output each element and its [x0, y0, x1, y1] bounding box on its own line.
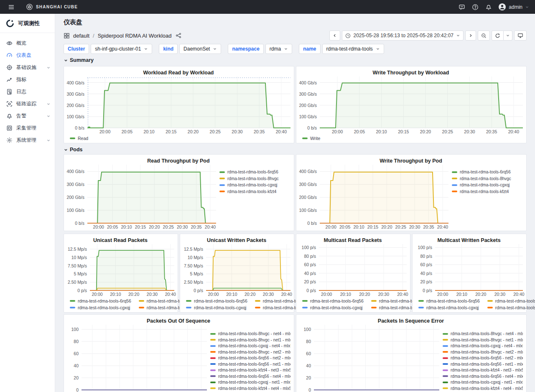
legend-item[interactable]: rdma-test-rdma-tools-cgxqj - net1 - mlx5… — [443, 380, 523, 384]
chart-plot-area[interactable] — [206, 244, 290, 291]
legend-swatch — [302, 137, 308, 139]
refresh-interval-dropdown[interactable] — [504, 31, 512, 41]
legend-item[interactable]: rdma-test-rdma-tools-8hvgc - net4 - mlx5… — [443, 331, 523, 336]
chart-title[interactable]: Packets Out Of Sequence — [66, 317, 290, 325]
legend-item[interactable]: rdma-test-rdma-tools-cgxqj - net4 - mlx5… — [443, 344, 523, 348]
legend-label: rdma-test-rdma-tools-cgxqj — [78, 305, 130, 310]
chart-plot-area[interactable] — [320, 165, 448, 224]
legend-item[interactable]: rdma-test-rdma-tools-8hvgc - net1 - mlx5… — [443, 338, 523, 342]
x-tick-label: 20:25 — [442, 129, 453, 134]
chart-plot-area[interactable] — [320, 76, 523, 128]
legend-item[interactable]: rdma-test-rdma-tools-cgxqj — [186, 305, 247, 310]
legend-item[interactable]: rdma-test-rdma-tools-cgxqj - net4 - mlx5… — [210, 344, 290, 348]
legend-item[interactable]: rdma-test-rdma-tools-8hvgc - net2 - mlx5… — [443, 350, 523, 354]
legend-item[interactable]: rdma-test-rdma-tools-kfzt4 - net4 - mlx5… — [210, 386, 290, 391]
chart-title[interactable]: Unicast Written Packets — [183, 237, 290, 244]
legend-item[interactable]: rdma-test-rdma-tools-8hvgc - net2 - mlx5… — [210, 350, 290, 354]
time-shift-forward-button[interactable] — [465, 31, 476, 41]
help-icon[interactable] — [470, 2, 481, 13]
chart-plot-area[interactable] — [82, 325, 207, 390]
share-icon[interactable] — [176, 33, 181, 38]
chart-title[interactable]: Multicast Read Packets — [299, 237, 407, 244]
y-axis: 020406080100 — [299, 325, 314, 390]
time-range-picker[interactable]: 2025-05-28 19:56:13 to 2025-05-28 20:42:… — [342, 31, 464, 41]
chart-title[interactable]: Multicast Written Packets — [415, 237, 523, 244]
filter-value-dropdown[interactable]: rdma — [265, 44, 292, 54]
legend-label: rdma-test-rdma-tools-cgxqj - net4 - mlx5… — [218, 344, 290, 348]
chart-plot-area[interactable] — [319, 244, 407, 291]
legend-item[interactable]: rdma-test-rdma-tools-8hvgc — [219, 176, 290, 181]
legend-item[interactable]: rdma-test-rdma-tools-6rq56 — [302, 298, 364, 303]
chart-title[interactable]: Read Throughput by Pod — [66, 157, 290, 165]
legend-item[interactable]: Write — [302, 136, 320, 141]
legend-item[interactable]: rdma-test-rdma-tools-cgxqj — [418, 305, 480, 310]
message-icon[interactable] — [456, 2, 467, 13]
zoom-out-button[interactable] — [478, 31, 490, 41]
legend-item[interactable]: rdma-test-rdma-tools-6rq56 - net4 - mlx5… — [443, 374, 523, 379]
legend-item[interactable]: rdma-test-rdma-tools-6rq56 — [186, 298, 247, 303]
legend-item[interactable]: rdma-test-rdma-tools-kfzt4 - net4 - mlx5… — [443, 386, 523, 391]
sidebar-item-logs[interactable]: 日志 — [0, 86, 55, 98]
legend-item[interactable]: rdma-test-rdma-tools-6rq56 — [418, 298, 480, 303]
filter-value-dropdown[interactable]: rdma-test-rdma-tools — [322, 44, 384, 54]
legend-item[interactable]: rdma-test-rdma-tools-6rq56 — [219, 170, 290, 174]
sidebar-item-eye[interactable]: 概览 — [0, 37, 55, 49]
tv-mode-button[interactable] — [514, 31, 527, 41]
legend-item[interactable]: rdma-test-rdma-tools-8hvgc - net1 - mlx5… — [210, 338, 290, 342]
filter-value-dropdown[interactable]: DaemonSet — [179, 44, 221, 54]
legend-item[interactable]: rdma-test-rdma-tools-kfzt4 - net3 - mlx5… — [443, 368, 523, 372]
legend-item[interactable]: rdma-test-rdma-tools-6rq56 - net2 - mlx5… — [210, 356, 290, 360]
legend-item[interactable]: rdma-test-rdma-tools-cgxqj - net1 - mlx5… — [210, 380, 290, 384]
chart-title[interactable]: Workload Read by Workload — [66, 69, 290, 76]
bell-icon[interactable] — [483, 2, 494, 13]
chart-plot-area[interactable] — [435, 244, 523, 291]
legend-item[interactable]: rdma-test-rdma-tools-6rq56 - net2 - mlx5… — [443, 356, 523, 360]
time-shift-back-button[interactable] — [329, 31, 340, 41]
legend-item[interactable]: rdma-test-rdma-tools-kfzt4 - net3 - mlx5… — [210, 368, 290, 372]
chart-plot-area[interactable] — [87, 165, 216, 224]
hamburger-icon[interactable] — [6, 2, 17, 13]
user-menu[interactable]: admin — [498, 3, 529, 11]
chart-plot-area[interactable] — [90, 244, 174, 291]
legend-item[interactable]: rdma-test-rdma-tools-cgxqj — [219, 183, 290, 187]
chart-panel: Packets Out Of Sequence02040608010020:00… — [64, 314, 294, 392]
chart-plot-area[interactable] — [87, 76, 290, 128]
sidebar-item-gear[interactable]: 系统管理 — [0, 134, 55, 146]
legend-item[interactable]: rdma-test-rdma-tools-kfzt4 — [219, 189, 290, 194]
legend-item[interactable]: rdma-test-rdma-tools-6rq56 — [452, 170, 523, 174]
legend-item[interactable]: rdma-test-rdma-tools-cgxqj — [302, 305, 364, 310]
legend-item[interactable]: rdma-test-rdma-tools-6rq56 - net1 - mlx5… — [443, 362, 523, 367]
sidebar-item-bell[interactable]: 告警 — [0, 110, 55, 122]
filter-value-dropdown[interactable]: sh-inf-gpu-cluster-01 — [91, 44, 152, 54]
legend-item[interactable]: rdma-test-rdma-tools-kfzt4 — [452, 189, 523, 194]
breadcrumb-dashboard[interactable]: Spiderpool RDMA AI Workload — [98, 33, 172, 39]
refresh-button[interactable] — [492, 31, 504, 41]
chart-title[interactable]: Packets In Sequence Error — [299, 317, 523, 325]
legend-item[interactable]: rdma-test-rdma-tools-6rq56 - net1 - mlx5… — [210, 362, 290, 367]
legend-label: rdma-test-rdma-tools-cgxqj - net1 - mlx5… — [451, 380, 523, 384]
chart-title[interactable]: Unicast Read Packets — [66, 237, 174, 244]
legend-item[interactable]: rdma-test-rdma-tools-6rq56 - net4 - mlx5… — [210, 374, 290, 379]
chart-plot-area[interactable] — [314, 325, 439, 390]
sidebar-item-gauge[interactable]: 仪表盘 — [0, 49, 55, 61]
legend-item[interactable]: rdma-test-rdma-tools-8hvgc - net4 - mlx5… — [210, 331, 290, 336]
sidebar-item-metrics[interactable]: 指标 — [0, 74, 55, 86]
legend-swatch — [443, 357, 448, 359]
chart-title[interactable]: Write Throughput by Workload — [299, 69, 523, 76]
section-pods[interactable]: Pods — [64, 146, 527, 153]
sidebar-item-trace[interactable]: 链路追踪 — [0, 98, 55, 110]
chart-legend: rdma-test-rdma-tools-6rq56rdma-test-rdma… — [216, 165, 290, 230]
legend-item[interactable]: Read — [70, 136, 88, 141]
section-summary[interactable]: Summary — [64, 57, 527, 64]
breadcrumb-folder[interactable]: default — [73, 33, 89, 39]
legend-item[interactable]: rdma-test-rdma-tools-cgxqj — [452, 183, 523, 187]
legend-item[interactable]: rdma-test-rdma-tools-cgxqj — [70, 305, 131, 310]
legend-item[interactable]: rdma-test-rdma-tools-kfzt4 — [487, 305, 535, 310]
legend-item[interactable]: rdma-test-rdma-tools-8hvgc — [452, 176, 523, 181]
sidebar-item-infra[interactable]: 基础设施 — [0, 61, 55, 74]
sidebar-item-collect[interactable]: 采集管理 — [0, 122, 55, 134]
legend-item[interactable]: rdma-test-rdma-tools-6rq56 — [70, 298, 131, 303]
legend-item[interactable]: rdma-test-rdma-tools-8hvgc — [487, 298, 535, 303]
brand[interactable]: SHANGHAI CUBE — [26, 3, 78, 10]
chart-title[interactable]: Write Throughput by Pod — [299, 157, 523, 165]
